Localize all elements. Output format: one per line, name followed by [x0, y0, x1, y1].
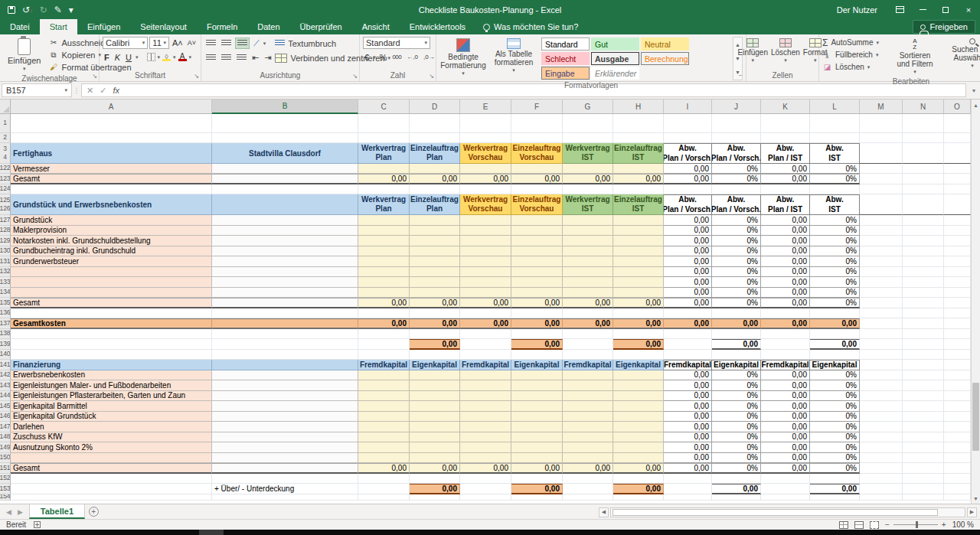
- zoom-out-button[interactable]: −: [885, 520, 890, 529]
- decrease-indent-button[interactable]: ⇤: [250, 52, 260, 64]
- row-header-148[interactable]: 148: [0, 432, 11, 443]
- cell-O124[interactable]: [944, 184, 971, 194]
- cell-C136[interactable]: [358, 308, 410, 319]
- cell-N128[interactable]: [903, 226, 944, 237]
- cell-G152[interactable]: [563, 474, 613, 484]
- cell-N139[interactable]: [903, 339, 944, 350]
- page-layout-view-button[interactable]: [854, 521, 864, 529]
- cell-E137[interactable]: 0,00: [460, 318, 511, 329]
- cell-D142[interactable]: [410, 370, 460, 381]
- cell-M122[interactable]: [860, 164, 903, 174]
- cell-N133[interactable]: [903, 277, 944, 288]
- cell-A135[interactable]: Gesamt: [11, 298, 212, 308]
- cell-B137[interactable]: [212, 318, 358, 329]
- cell-L147[interactable]: 0%: [810, 422, 860, 432]
- cell-L141[interactable]: Eigenkapital: [810, 360, 860, 370]
- cell-G149[interactable]: [563, 442, 613, 453]
- cell-D128[interactable]: [410, 226, 460, 237]
- font-dialog-launcher[interactable]: ↘: [194, 73, 199, 80]
- cell-D138[interactable]: [410, 329, 460, 340]
- row-header-137[interactable]: 137: [0, 318, 11, 329]
- cell-J3[interactable]: Abw.Plan / Vorsch.: [712, 143, 761, 164]
- cell-A147[interactable]: Darlehen: [11, 422, 212, 432]
- cell-F145[interactable]: [511, 401, 563, 412]
- cell-H134[interactable]: [613, 288, 664, 298]
- cell-O145[interactable]: [944, 401, 971, 412]
- cell-O134[interactable]: [944, 288, 971, 298]
- cell-H151[interactable]: 0,00: [613, 463, 664, 474]
- restore-button[interactable]: [934, 0, 957, 19]
- cell-G154[interactable]: [563, 494, 613, 501]
- row-header-122[interactable]: 122: [0, 164, 11, 174]
- cell-G148[interactable]: [563, 432, 613, 443]
- row-header-144[interactable]: 144: [0, 391, 11, 402]
- cell-G133[interactable]: [563, 277, 613, 288]
- cell-K154[interactable]: [761, 494, 810, 501]
- cell-D151[interactable]: 0,00: [410, 463, 460, 474]
- cell-O142[interactable]: [944, 370, 971, 381]
- cell-D1[interactable]: [410, 114, 460, 133]
- cell-G124[interactable]: [563, 184, 613, 194]
- cell-L129[interactable]: 0%: [810, 236, 860, 246]
- cell-N130[interactable]: [903, 246, 944, 257]
- cell-D125[interactable]: EinzelauftragPlan: [410, 194, 460, 215]
- column-header-F[interactable]: F: [511, 99, 563, 114]
- font-family-select[interactable]: Calibri▾: [103, 37, 148, 49]
- cell-A123[interactable]: Gesamt: [11, 174, 212, 184]
- cell-G122[interactable]: [563, 164, 613, 174]
- cell-B128[interactable]: [212, 226, 358, 237]
- clear-button[interactable]: ◪Löschen ▾: [822, 61, 885, 73]
- cell-O2[interactable]: [944, 133, 971, 143]
- cell-O133[interactable]: [944, 277, 971, 288]
- cell-B148[interactable]: [212, 432, 358, 443]
- cell-O3[interactable]: [944, 143, 971, 164]
- cell-B150[interactable]: [212, 453, 358, 464]
- cell-D131[interactable]: [410, 256, 460, 267]
- page-break-view-button[interactable]: [870, 521, 879, 529]
- cell-O149[interactable]: [944, 442, 971, 453]
- cell-J141[interactable]: Eigenkapital: [712, 360, 761, 370]
- cell-D135[interactable]: 0,00: [410, 298, 460, 308]
- cell-M144[interactable]: [860, 391, 903, 402]
- cell-M136[interactable]: [860, 308, 903, 319]
- cell-L128[interactable]: 0%: [810, 226, 860, 237]
- cell-style-neutral[interactable]: Neutral: [641, 38, 689, 51]
- cell-M127[interactable]: [860, 215, 903, 226]
- cell-M151[interactable]: [860, 463, 903, 474]
- cell-I130[interactable]: 0,00: [664, 246, 712, 257]
- cell-N147[interactable]: [903, 422, 944, 432]
- row-header-146[interactable]: 146: [0, 412, 11, 422]
- cell-J123[interactable]: 0%: [712, 174, 761, 184]
- cell-J2[interactable]: [712, 133, 761, 143]
- cell-L145[interactable]: 0%: [810, 401, 860, 412]
- cell-C135[interactable]: 0,00: [358, 298, 410, 308]
- cell-style-erklärender-[interactable]: Erklärender ...: [591, 67, 639, 80]
- cell-I139[interactable]: [664, 339, 712, 350]
- cell-C3[interactable]: WerkvertragPlan: [358, 143, 410, 164]
- scroll-down-icon[interactable]: ▼: [972, 493, 980, 504]
- cell-L1[interactable]: [810, 114, 860, 133]
- cell-G140[interactable]: [563, 350, 613, 360]
- cell-I123[interactable]: 0,00: [664, 174, 712, 184]
- cell-K137[interactable]: 0,00: [761, 318, 810, 329]
- cell-A133[interactable]: [11, 277, 212, 288]
- cell-H148[interactable]: [613, 432, 664, 443]
- cell-G3[interactable]: WerkvertragIST: [563, 143, 613, 164]
- cell-J130[interactable]: 0%: [712, 246, 761, 257]
- cell-M154[interactable]: [860, 494, 903, 501]
- cell-I138[interactable]: [664, 329, 712, 340]
- cell-K3[interactable]: Abw.Plan / IST: [761, 143, 810, 164]
- cell-C139[interactable]: [358, 339, 410, 350]
- undo-button[interactable]: ↺▾: [22, 5, 33, 15]
- cell-H150[interactable]: [613, 453, 664, 464]
- cell-D141[interactable]: Eigenkapital: [410, 360, 460, 370]
- cell-C138[interactable]: [358, 329, 410, 340]
- cell-J138[interactable]: [712, 329, 761, 340]
- cell-K2[interactable]: [761, 133, 810, 143]
- cell-B144[interactable]: [212, 391, 358, 402]
- cell-D148[interactable]: [410, 432, 460, 443]
- cell-O125[interactable]: [944, 194, 971, 215]
- cell-F124[interactable]: [511, 184, 563, 194]
- cell-F138[interactable]: [511, 329, 563, 340]
- cell-C133[interactable]: [358, 277, 410, 288]
